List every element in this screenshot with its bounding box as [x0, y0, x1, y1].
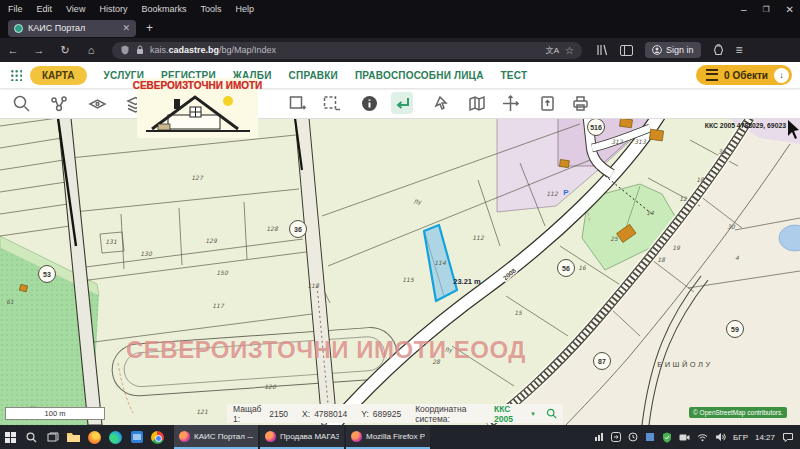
map-status-bar: Мащаб 1: 2150 X: 4788014 Y: 689925 Коорд…	[227, 404, 563, 423]
map-label: 61	[6, 298, 14, 305]
lock-icon[interactable]	[136, 45, 144, 55]
url-text: kais.cadastre.bg/bg/Map/Index	[150, 45, 540, 55]
tab-close-icon[interactable]: ✕	[122, 23, 130, 33]
agency-logo-text: СЕВЕРОИЗТОЧНИ ИМОТИ	[133, 80, 263, 91]
road-badge: 516	[588, 119, 605, 136]
crs-caret-icon[interactable]: ▼	[530, 411, 536, 417]
objects-collapse-icon[interactable]: ↓	[774, 68, 789, 83]
search-icon[interactable]	[10, 92, 32, 114]
map-label: 30	[727, 223, 736, 230]
library-icon[interactable]	[596, 44, 608, 56]
scale-label: Мащаб 1:	[233, 404, 265, 424]
menu-help[interactable]: Help	[235, 4, 254, 14]
agency-logo: СЕВЕРОИЗТОЧНИ ИМОТИ	[137, 78, 258, 138]
taskbar-window-button[interactable]: Mozilla Firefox Privat...	[346, 425, 430, 449]
notification-icon[interactable]	[782, 432, 794, 443]
menu-history[interactable]: History	[99, 4, 127, 14]
mail-app-icon[interactable]	[126, 425, 147, 449]
file-explorer-icon[interactable]	[63, 425, 84, 449]
y-label: Y:	[361, 409, 369, 419]
taskbar-window-button[interactable]: КАИС Портал — Mo...	[174, 425, 258, 449]
site-nav-карта[interactable]: КАРТА	[30, 66, 87, 85]
crs-select[interactable]: ККС 2005	[494, 404, 526, 424]
start-button-icon[interactable]	[0, 425, 21, 449]
scale-input[interactable]: 2150	[269, 409, 288, 419]
site-nav: КАРТАУСЛУГИРЕГИСТРИЖАЛБИСПРАВКИПРАВОСПОС…	[30, 66, 527, 85]
firefox-private-icon	[351, 431, 362, 442]
svg-text:53: 53	[43, 271, 51, 278]
back-icon[interactable]: ←	[0, 44, 26, 56]
extensions-icon[interactable]	[713, 44, 724, 56]
home-icon[interactable]: ⌂	[78, 44, 104, 56]
map-label: 4	[735, 254, 739, 261]
new-tab-button[interactable]: +	[146, 21, 153, 35]
screen: FileEditViewHistoryBookmarksToolsHelp – …	[0, 0, 800, 449]
app-grid-icon[interactable]	[10, 69, 22, 81]
url-field[interactable]: kais.cadastre.bg/bg/Map/Index 文A ☆	[112, 42, 582, 59]
map-canvas[interactable]: 5165336565987 12713113012912815011711812…	[0, 118, 800, 425]
measure-nodes-icon[interactable]	[48, 92, 70, 114]
taskbar-clock[interactable]: 14:27	[755, 433, 775, 442]
tray-camera-icon[interactable]	[679, 433, 690, 442]
print-icon[interactable]	[569, 92, 591, 114]
select-pointer-icon[interactable]	[429, 92, 451, 114]
signin-button[interactable]: Sign in	[645, 42, 701, 58]
objects-button[interactable]: 0 Обекти ↓	[696, 65, 792, 85]
shield-icon[interactable]	[120, 45, 130, 55]
export-page-icon[interactable]	[536, 92, 558, 114]
chrome-icon[interactable]	[147, 425, 168, 449]
menu-hamburger-icon[interactable]: ≡	[736, 43, 743, 57]
maximize-button[interactable]: ❐	[762, 5, 769, 14]
site-nav-правоспособни-лица[interactable]: ПРАВОСПОСОБНИ ЛИЦА	[355, 70, 484, 81]
firefox-icon[interactable]	[84, 425, 105, 449]
language-indicator[interactable]: БГР	[733, 433, 748, 442]
taskbar-window-button[interactable]: Продава МАГАЗИН ...	[260, 425, 344, 449]
menu-view[interactable]: View	[66, 4, 85, 14]
minimize-button[interactable]: –	[741, 4, 747, 15]
tab-kais-portal[interactable]: КАИС Портал ✕	[8, 20, 136, 37]
box-zoom-out-icon[interactable]	[320, 92, 342, 114]
browser-tabbar: КАИС Портал ✕ + ⌄ Private browsing	[0, 18, 800, 38]
menu-edit[interactable]: Edit	[37, 4, 53, 14]
osm-attribution[interactable]: © OpenStreetMap contributors.	[689, 407, 787, 418]
volume-icon[interactable]	[715, 432, 726, 442]
map-toolbar	[0, 88, 800, 119]
tray-box-icon[interactable]	[611, 432, 621, 442]
site-nav-справки[interactable]: СПРАВКИ	[289, 70, 338, 81]
menubar-items: FileEditViewHistoryBookmarksToolsHelp	[8, 4, 254, 14]
tab-title: КАИС Портал	[28, 23, 117, 33]
road-badge: 56	[558, 260, 575, 277]
menu-file[interactable]: File	[8, 4, 23, 14]
window-title: Продава МАГАЗИН ...	[280, 432, 339, 441]
reload-icon[interactable]: ↻	[52, 44, 78, 57]
move-coordinates-icon[interactable]	[499, 92, 521, 114]
layer-visibility-icon[interactable]	[86, 92, 108, 114]
map-search-icon[interactable]	[546, 407, 557, 420]
info-icon[interactable]	[358, 92, 380, 114]
box-zoom-in-icon[interactable]	[286, 92, 308, 114]
system-tray: БГР 14:27	[594, 432, 800, 443]
tray-clock-icon[interactable]	[628, 432, 638, 442]
house-icon	[138, 91, 258, 135]
road-badge: 59	[727, 321, 744, 338]
edge-icon[interactable]	[105, 425, 126, 449]
browser-menubar: FileEditViewHistoryBookmarksToolsHelp – …	[0, 0, 800, 18]
sidebar-icon[interactable]	[620, 45, 633, 56]
map-label: БИШЙОЛУ	[657, 360, 713, 369]
taskbar-search-icon[interactable]	[21, 425, 42, 449]
cadastre-map[interactable]: 5165336565987 12713113012912815011711812…	[0, 118, 800, 425]
menu-tools[interactable]: Tools	[200, 4, 221, 14]
wifi-icon[interactable]	[697, 433, 708, 442]
tray-shield-icon[interactable]	[662, 432, 672, 443]
measure-angle-icon[interactable]	[391, 92, 413, 114]
menu-bookmarks[interactable]: Bookmarks	[141, 4, 186, 14]
forward-icon[interactable]: →	[26, 44, 52, 56]
close-button[interactable]: ✕	[786, 4, 794, 15]
task-view-icon[interactable]	[42, 425, 63, 449]
site-nav-тест[interactable]: ТЕСТ	[501, 70, 528, 81]
map-sheets-icon[interactable]	[465, 92, 487, 114]
bookmark-star-icon[interactable]: ☆	[565, 45, 574, 56]
translate-icon[interactable]: 文A	[546, 45, 559, 56]
tray-chart-icon[interactable]	[594, 432, 604, 442]
tray-display-icon[interactable]	[645, 432, 655, 442]
